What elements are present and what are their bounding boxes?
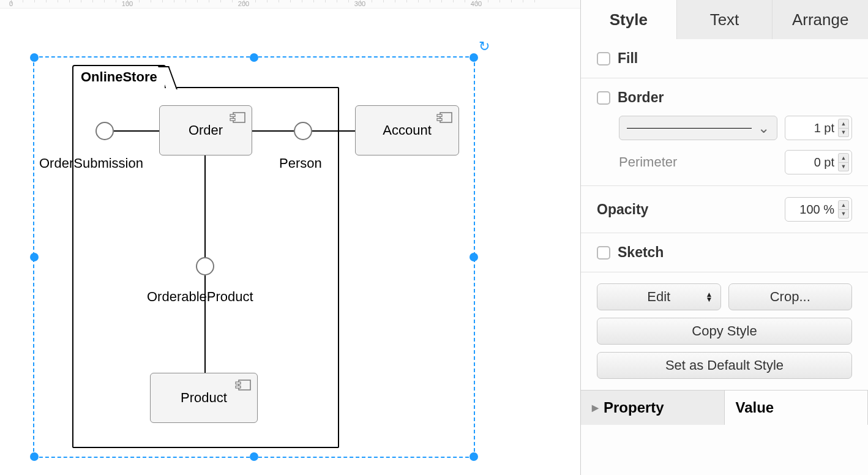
tab-text[interactable]: Text — [676, 0, 773, 39]
component-icon — [436, 111, 452, 122]
component-product[interactable]: Product — [150, 373, 258, 423]
resize-handle-br[interactable] — [470, 452, 478, 461]
opacity-input[interactable]: 100 % ▲▼ — [785, 197, 852, 222]
svg-rect-7 — [236, 382, 241, 384]
disclosure-icon: ▶ — [592, 403, 599, 413]
rotate-handle[interactable]: ↻ — [479, 40, 491, 53]
order-label: Order — [189, 122, 223, 138]
perimeter-label: Perimeter — [619, 154, 777, 170]
component-icon — [230, 111, 245, 122]
border-width-input[interactable]: 1 pt ▲▼ — [785, 116, 852, 140]
package-title: OnlineStore — [81, 69, 157, 85]
stepper-up[interactable]: ▲ — [838, 119, 849, 129]
svg-rect-5 — [437, 119, 442, 121]
perimeter-value: 0 pt — [814, 155, 834, 170]
svg-rect-8 — [236, 386, 241, 389]
label-person: Person — [279, 155, 322, 171]
value-column-label: Value — [736, 399, 774, 416]
property-table-header: ▶ Property Value — [581, 390, 868, 425]
property-column-label: Property — [604, 399, 664, 416]
perimeter-input[interactable]: 0 pt ▲▼ — [785, 150, 852, 174]
svg-rect-2 — [230, 119, 235, 121]
chevron-down-icon: ⌄ — [758, 120, 769, 137]
edit-select[interactable]: Edit ▲▼ — [597, 283, 721, 310]
edit-label: Edit — [647, 289, 670, 305]
port-ordersubmission[interactable] — [95, 122, 114, 140]
stepper-down[interactable]: ▼ — [838, 129, 849, 138]
opacity-value: 100 % — [799, 203, 834, 217]
canvas-pane[interactable]: 0 100 200 300 400 ↻ — [0, 0, 580, 475]
crop-button[interactable]: Crop... — [728, 283, 853, 310]
border-label: Border — [618, 89, 664, 106]
svg-rect-4 — [437, 114, 442, 117]
line-sample — [627, 128, 752, 129]
fill-label: Fill — [618, 50, 638, 67]
product-label: Product — [181, 390, 227, 406]
inspector-tabs: Style Text Arrange — [581, 0, 868, 39]
tab-style[interactable]: Style — [581, 0, 676, 39]
property-column-header[interactable]: ▶ Property — [581, 391, 725, 425]
opacity-label: Opacity — [597, 201, 777, 218]
stepper-down[interactable]: ▼ — [838, 163, 849, 172]
sketch-label: Sketch — [618, 244, 664, 261]
component-account[interactable]: Account — [355, 105, 459, 155]
tab-arrange[interactable]: Arrange — [772, 0, 868, 39]
copy-style-button[interactable]: Copy Style — [597, 318, 852, 345]
resize-handle-tl[interactable] — [30, 53, 39, 62]
svg-rect-0 — [233, 113, 245, 122]
border-linestyle-select[interactable]: ⌄ — [619, 116, 777, 140]
label-orderableproduct: OrderableProduct — [147, 289, 253, 305]
account-label: Account — [383, 122, 432, 138]
sketch-checkbox[interactable] — [597, 246, 610, 260]
edge[interactable] — [204, 155, 206, 257]
package-tab: OnlineStore — [72, 65, 166, 88]
border-checkbox[interactable] — [597, 91, 610, 105]
resize-handle-tr[interactable] — [470, 53, 478, 62]
updown-icon: ▲▼ — [706, 292, 713, 302]
port-orderableproduct[interactable] — [196, 257, 214, 275]
resize-handle-tm[interactable] — [250, 53, 258, 62]
resize-handle-ml[interactable] — [30, 253, 39, 261]
stepper-down[interactable]: ▼ — [838, 210, 849, 219]
edge[interactable] — [312, 130, 355, 132]
svg-rect-3 — [440, 113, 452, 122]
border-width-value: 1 pt — [814, 121, 834, 135]
label-ordersubmission: OrderSubmission — [39, 155, 143, 171]
set-default-style-button[interactable]: Set as Default Style — [597, 352, 852, 379]
stepper-up[interactable]: ▲ — [838, 200, 849, 210]
value-column-header[interactable]: Value — [725, 391, 869, 425]
svg-rect-1 — [230, 114, 235, 117]
fill-checkbox[interactable] — [597, 52, 610, 65]
resize-handle-bl[interactable] — [30, 452, 39, 461]
edge[interactable] — [252, 130, 294, 132]
resize-handle-mr[interactable] — [470, 253, 478, 261]
component-order[interactable]: Order — [159, 105, 252, 155]
edge[interactable] — [114, 130, 159, 132]
port-person[interactable] — [294, 122, 312, 140]
inspector-sidebar: Style Text Arrange Fill Border ⌄ 1 pt — [580, 0, 868, 475]
stepper-up[interactable]: ▲ — [838, 153, 849, 163]
resize-handle-bm[interactable] — [250, 452, 258, 461]
horizontal-ruler: 0 100 200 300 400 — [0, 0, 580, 9]
component-icon — [235, 378, 251, 389]
